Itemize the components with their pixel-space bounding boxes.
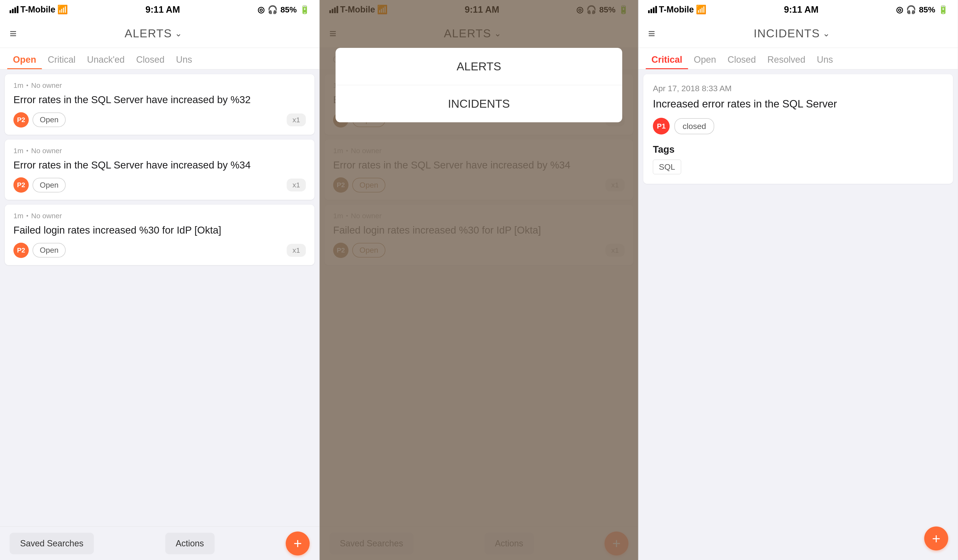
content-area-1: 1m • No owner Error rates in the SQL Ser… [0, 70, 319, 527]
alert-title-1: Error rates in the SQL Server have incre… [13, 93, 306, 106]
nav-title-3[interactable]: INCIDENTS ⌄ [754, 27, 831, 40]
nav-title-1[interactable]: ALERTS ⌄ [125, 27, 182, 40]
alert-owner-3: No owner [31, 212, 62, 220]
status-right-1: ◎ 🎧 85% 🔋 [257, 5, 310, 14]
alert-time-2: 1m [13, 147, 24, 155]
carrier-info-1: T-Mobile 📶 [10, 5, 68, 14]
dropdown-item-alerts[interactable]: ALERTS [336, 48, 622, 85]
alert-tags-3: P2 Open [13, 243, 66, 258]
dot-3: • [26, 212, 28, 219]
saved-searches-btn-1[interactable]: Saved Searches [10, 533, 94, 554]
alert-owner-2: No owner [31, 147, 62, 155]
battery-icon: 🔋 [300, 5, 310, 14]
priority-badge-2: P2 [13, 177, 29, 193]
tab-unacked-1[interactable]: Unack'ed [81, 55, 130, 69]
dot-1: • [26, 82, 28, 89]
tab-uns-1[interactable]: Uns [170, 55, 198, 69]
hamburger-menu-1[interactable]: ≡ [10, 27, 16, 40]
priority-badge-3: P2 [13, 243, 29, 258]
incident-date: Apr 17, 2018 8:33 AM [653, 84, 944, 93]
priority-badge-1: P2 [13, 112, 29, 128]
wifi-icon-3: 📶 [696, 5, 706, 14]
alert-footer-3: P2 Open x1 [13, 243, 306, 258]
fab-add-btn-3[interactable]: + [924, 527, 948, 551]
carrier-name-3: T-Mobile [659, 5, 694, 14]
incident-detail-card[interactable]: Apr 17, 2018 8:33 AM Increased error rat… [643, 74, 953, 184]
nav-title-text-3: INCIDENTS [754, 27, 820, 40]
battery-icon-3: 🔋 [938, 5, 948, 14]
alert-meta-2: 1m • No owner [13, 147, 306, 155]
alert-owner-1: No owner [31, 81, 62, 90]
carrier-name-1: T-Mobile [21, 5, 56, 14]
fab-add-btn-1[interactable]: + [286, 532, 310, 555]
nav-bar-1: ≡ ALERTS ⌄ [0, 19, 319, 48]
tab-critical-3[interactable]: Critical [646, 55, 688, 69]
status-badge-3: Open [33, 243, 66, 258]
alert-tags-2: P2 Open [13, 177, 66, 193]
chevron-down-icon-3: ⌄ [823, 28, 830, 38]
alert-title-2: Error rates in the SQL Server have incre… [13, 159, 306, 172]
tab-resolved-3[interactable]: Resolved [761, 55, 811, 69]
time-1: 9:11 AM [145, 5, 180, 15]
incident-status-badge: closed [674, 118, 714, 134]
count-badge-1: x1 [287, 114, 306, 127]
alert-footer-2: P2 Open x1 [13, 177, 306, 193]
nav-dropdown-overlay[interactable]: ALERTS INCIDENTS [320, 0, 638, 560]
incident-title: Increased error rates in the SQL Server [653, 97, 944, 111]
count-badge-3: x1 [287, 244, 306, 257]
alert-title-3: Failed login rates increased %30 for IdP… [13, 224, 306, 237]
screen-2: T-Mobile 📶 9:11 AM ◎ 🎧 85% 🔋 ≡ ALERTS ⌄ … [319, 0, 639, 560]
alert-time-1: 1m [13, 81, 24, 90]
carrier-info-3: T-Mobile 📶 [648, 5, 706, 14]
alert-footer-1: P2 Open x1 [13, 112, 306, 128]
status-bar-3: T-Mobile 📶 9:11 AM ◎ 🎧 85% 🔋 [639, 0, 958, 19]
status-bar-1: T-Mobile 📶 9:11 AM ◎ 🎧 85% 🔋 [0, 0, 319, 19]
tab-open-3[interactable]: Open [688, 55, 722, 69]
alert-card-2[interactable]: 1m • No owner Error rates in the SQL Ser… [5, 139, 314, 200]
alert-time-3: 1m [13, 212, 24, 220]
alert-meta-3: 1m • No owner [13, 212, 306, 220]
location-icon-3: ◎ [896, 5, 903, 14]
hamburger-menu-3[interactable]: ≡ [648, 27, 655, 40]
nav-title-text-1: ALERTS [125, 27, 172, 40]
tab-open-1[interactable]: Open [7, 55, 42, 69]
p1-priority-badge: P1 [653, 118, 669, 134]
battery-pct-1: 85% [281, 5, 297, 14]
signal-icon [10, 6, 19, 13]
content-area-3: Apr 17, 2018 8:33 AM Increased error rat… [639, 70, 958, 320]
count-badge-2: x1 [287, 179, 306, 191]
nav-bar-3: ≡ INCIDENTS ⌄ [639, 19, 958, 48]
tab-critical-1[interactable]: Critical [42, 55, 81, 69]
alert-card-3[interactable]: 1m • No owner Failed login rates increas… [5, 205, 314, 265]
alert-card-1[interactable]: 1m • No owner Error rates in the SQL Ser… [5, 74, 314, 135]
chevron-down-icon-1: ⌄ [175, 28, 182, 38]
nav-dropdown-menu: ALERTS INCIDENTS [336, 48, 622, 122]
dropdown-item-incidents[interactable]: INCIDENTS [336, 85, 622, 122]
incident-badges: P1 closed [653, 118, 944, 134]
headphone-icon: 🎧 [268, 5, 278, 14]
wifi-icon: 📶 [57, 5, 68, 14]
alert-meta-1: 1m • No owner [13, 81, 306, 90]
status-badge-2: Open [33, 178, 66, 192]
headphone-icon-3: 🎧 [906, 5, 916, 14]
dot-2: • [26, 147, 28, 154]
tab-closed-1[interactable]: Closed [130, 55, 170, 69]
status-badge-1: Open [33, 112, 66, 127]
time-3: 9:11 AM [784, 5, 818, 15]
screen-3: T-Mobile 📶 9:11 AM ◎ 🎧 85% 🔋 ≡ INCIDENTS… [639, 0, 958, 560]
battery-pct-3: 85% [919, 5, 935, 14]
status-right-3: ◎ 🎧 85% 🔋 [896, 5, 948, 14]
tabs-bar-3: Critical Open Closed Resolved Uns [639, 48, 958, 70]
tabs-bar-1: Open Critical Unack'ed Closed Uns [0, 48, 319, 70]
bottom-bar-1: Saved Searches Actions + [0, 527, 319, 560]
tag-sql: SQL [653, 160, 681, 174]
location-icon: ◎ [257, 5, 265, 14]
tab-uns-3[interactable]: Uns [811, 55, 839, 69]
alert-tags-1: P2 Open [13, 112, 66, 128]
tags-section-title: Tags [653, 144, 944, 155]
screen-1: T-Mobile 📶 9:11 AM ◎ 🎧 85% 🔋 ≡ ALERTS ⌄ … [0, 0, 319, 560]
tab-closed-3[interactable]: Closed [722, 55, 761, 69]
actions-btn-1[interactable]: Actions [165, 533, 214, 554]
tags-container: SQL [653, 160, 944, 174]
signal-icon-3 [648, 6, 657, 13]
